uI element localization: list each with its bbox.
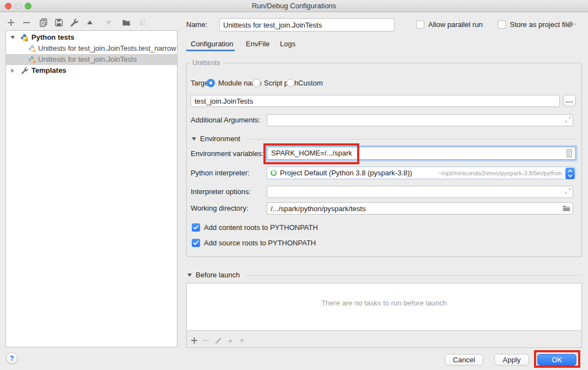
expand-field-icon[interactable]: [564, 116, 571, 125]
copy-icon[interactable]: [39, 18, 48, 27]
before-launch-task-list[interactable]: There are no tasks to run before launch: [187, 283, 581, 331]
before-launch-section-label: Before launch: [196, 271, 240, 280]
store-as-project-file-checkbox[interactable]: [498, 20, 506, 29]
store-as-project-file-label: Store as project file: [510, 18, 571, 31]
tree-item-templates[interactable]: Templates: [6, 65, 177, 76]
save-icon[interactable]: [55, 18, 63, 27]
edit-defaults-icon[interactable]: [70, 18, 79, 27]
help-button[interactable]: ?: [6, 352, 18, 364]
move-up-icon[interactable]: [85, 18, 94, 27]
working-directory-label: Working directory:: [191, 202, 249, 215]
minimize-window-button[interactable]: [15, 3, 21, 9]
allow-parallel-run-label: Allow parallel run: [428, 18, 483, 31]
configurations-tree: Python tests Unittests for test_join.Joi…: [6, 30, 177, 347]
conda-env-icon: [271, 170, 277, 176]
remove-task-icon[interactable]: [202, 336, 210, 346]
tree-item-label: Python tests: [31, 32, 74, 43]
before-launch-empty-text: There are no tasks to run before launch: [187, 299, 581, 307]
before-launch-section-line: [246, 275, 582, 276]
sort-alpha-icon[interactable]: az: [138, 18, 147, 27]
active-tab-indicator: [186, 50, 235, 51]
python-interpreter-value: Project Default (Python 3.8 (pyspark-3.8…: [280, 167, 412, 179]
tree-item-label: Templates: [31, 65, 66, 76]
source-roots-checkbox[interactable]: [192, 239, 200, 247]
collapse-arrow-icon[interactable]: [10, 36, 15, 39]
remove-icon[interactable]: [22, 18, 31, 27]
templates-wrench-icon: [21, 67, 29, 78]
folder-icon[interactable]: [562, 204, 571, 214]
name-label: Name:: [186, 18, 207, 31]
tree-item-jointests-selected[interactable]: Unittests for test_join.JoinTests: [6, 54, 177, 65]
before-launch-collapse-icon[interactable]: [187, 274, 192, 277]
allow-parallel-run-checkbox[interactable]: [416, 20, 424, 29]
highlight-box-env-vars: [263, 143, 359, 164]
cancel-button[interactable]: Cancel: [445, 354, 483, 366]
environment-variables-label: Environment variables:: [191, 148, 263, 160]
window-title: Run/Debug Configurations: [0, 0, 588, 12]
target-module-name-radio[interactable]: [207, 79, 215, 87]
move-task-down-icon[interactable]: [238, 337, 246, 346]
environment-section-line: [248, 139, 576, 140]
additional-arguments-input[interactable]: [267, 114, 573, 126]
move-down-icon[interactable]: [104, 18, 113, 27]
tab-configuration[interactable]: Configuration: [191, 39, 233, 50]
target-script-path-radio[interactable]: [252, 79, 261, 87]
expand-arrow-icon[interactable]: [11, 68, 14, 73]
working-directory-input[interactable]: [267, 202, 573, 215]
content-roots-label: Add content roots to PYTHONPATH: [204, 222, 318, 233]
interpreter-options-label: Interpreter options:: [191, 186, 251, 198]
edit-task-icon[interactable]: [214, 336, 223, 346]
content-roots-checkbox[interactable]: [192, 223, 200, 232]
tree-item-test-narrow[interactable]: Unittests for test_join.JoinTests.test_n…: [6, 43, 177, 54]
target-custom-radio[interactable]: [287, 79, 295, 87]
python-interpreter-path: ~/opt/miniconda3/envs/pyspark-3.8/bin/py…: [438, 167, 562, 179]
tree-item-label: Unittests for test_join.JoinTests.test_n…: [38, 43, 176, 54]
environment-section-label: Environment: [200, 135, 240, 143]
unittests-group-title: Unittests: [190, 59, 223, 67]
tree-item-python-tests[interactable]: Python tests: [6, 32, 177, 43]
add-icon[interactable]: [7, 18, 15, 27]
target-custom-label: Custom: [298, 78, 323, 89]
additional-arguments-label: Additional Arguments:: [191, 114, 260, 126]
close-window-button[interactable]: [5, 3, 12, 9]
apply-button[interactable]: Apply: [494, 354, 529, 366]
tab-envfile[interactable]: EnvFile: [246, 39, 269, 50]
gear-icon[interactable]: [567, 20, 576, 30]
tree-item-label: Unittests for test_join.JoinTests: [38, 54, 137, 65]
title-bar: Run/Debug Configurations: [0, 0, 588, 12]
module-name-input[interactable]: [191, 95, 560, 107]
browse-variables-icon[interactable]: [565, 149, 573, 159]
browse-button[interactable]: ...: [563, 95, 576, 107]
environment-section-collapse-icon[interactable]: [192, 137, 196, 141]
python-interpreter-label: Python interpreter:: [191, 167, 250, 179]
python-interpreter-select[interactable]: Project Default (Python 3.8 (pyspark-3.8…: [267, 167, 576, 179]
source-roots-label: Add source roots to PYTHONPATH: [204, 238, 316, 249]
highlight-box-ok: [534, 350, 580, 368]
tab-logs[interactable]: Logs: [280, 39, 295, 50]
name-input[interactable]: [219, 18, 395, 31]
expand-field-icon[interactable]: [564, 187, 571, 196]
svg-text:z: z: [143, 23, 145, 26]
add-task-icon[interactable]: [190, 336, 198, 346]
svg-text:a: a: [143, 19, 145, 23]
run-debug-configurations-dialog: Run/Debug Configurations az Python tests…: [0, 0, 588, 370]
dropdown-stepper-icon[interactable]: [565, 168, 575, 179]
interpreter-options-input[interactable]: [267, 186, 573, 198]
zoom-window-button[interactable]: [25, 3, 31, 9]
before-launch-panel: There are no tasks to run before launch: [186, 283, 582, 348]
move-task-up-icon[interactable]: [226, 337, 234, 346]
new-folder-icon[interactable]: [122, 18, 131, 27]
